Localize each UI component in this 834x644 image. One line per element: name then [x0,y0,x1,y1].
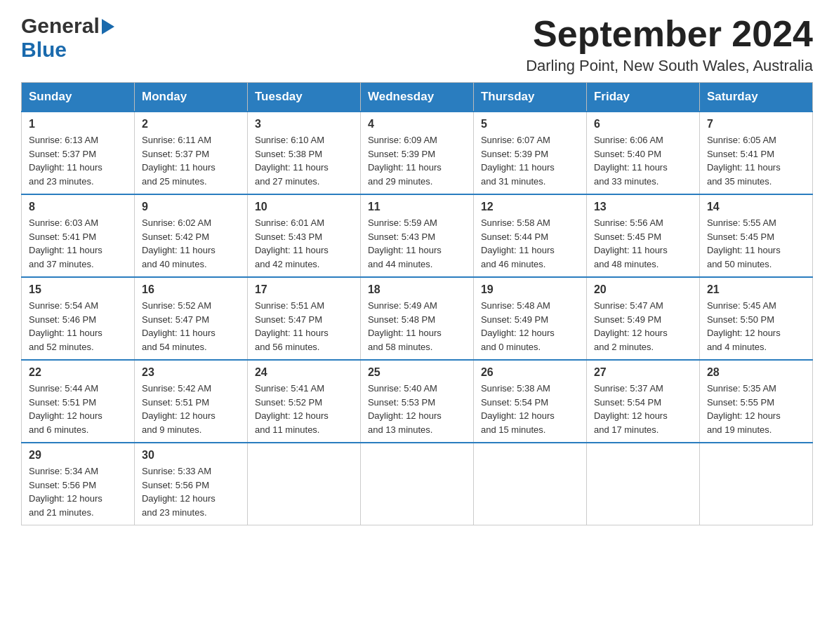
day-info: Sunrise: 5:47 AMSunset: 5:49 PMDaylight:… [594,299,692,354]
header-saturday: Saturday [699,83,812,112]
day-info: Sunrise: 5:59 AMSunset: 5:43 PMDaylight:… [368,216,466,271]
calendar-cell: 17Sunrise: 5:51 AMSunset: 5:47 PMDayligh… [247,277,360,360]
header-thursday: Thursday [473,83,586,112]
calendar-cell: 13Sunrise: 5:56 AMSunset: 5:45 PMDayligh… [586,194,699,277]
day-info: Sunrise: 6:09 AMSunset: 5:39 PMDaylight:… [368,133,466,188]
calendar-cell [699,443,812,525]
calendar-cell: 12Sunrise: 5:58 AMSunset: 5:44 PMDayligh… [473,194,586,277]
day-info: Sunrise: 5:49 AMSunset: 5:48 PMDaylight:… [368,299,466,354]
logo-general-text: General [21,14,100,38]
day-number: 4 [368,118,466,130]
day-info: Sunrise: 5:45 AMSunset: 5:50 PMDaylight:… [707,299,805,354]
day-number: 1 [29,118,127,130]
day-info: Sunrise: 5:42 AMSunset: 5:51 PMDaylight:… [142,382,240,436]
calendar-cell: 8Sunrise: 6:03 AMSunset: 5:41 PMDaylight… [22,194,135,277]
calendar-header-row: SundayMondayTuesdayWednesdayThursdayFrid… [22,83,813,112]
day-number: 30 [142,449,240,462]
calendar-cell: 15Sunrise: 5:54 AMSunset: 5:46 PMDayligh… [22,277,135,360]
calendar-cell [586,443,699,525]
day-number: 24 [255,366,353,379]
day-number: 8 [29,201,127,213]
day-info: Sunrise: 6:02 AMSunset: 5:42 PMDaylight:… [142,216,240,271]
calendar-cell: 28Sunrise: 5:35 AMSunset: 5:55 PMDayligh… [699,360,812,443]
logo: General Blue [21,14,114,62]
calendar-cell [360,443,473,525]
day-info: Sunrise: 5:48 AMSunset: 5:49 PMDaylight:… [481,299,579,354]
calendar-cell: 22Sunrise: 5:44 AMSunset: 5:51 PMDayligh… [22,360,135,443]
calendar-cell: 14Sunrise: 5:55 AMSunset: 5:45 PMDayligh… [699,194,812,277]
day-number: 19 [481,283,579,296]
calendar-cell: 6Sunrise: 6:06 AMSunset: 5:40 PMDaylight… [586,112,699,194]
day-info: Sunrise: 6:01 AMSunset: 5:43 PMDaylight:… [255,216,353,271]
day-number: 23 [142,366,240,379]
day-number: 10 [255,201,353,213]
day-info: Sunrise: 6:05 AMSunset: 5:41 PMDaylight:… [707,133,805,188]
day-info: Sunrise: 6:11 AMSunset: 5:37 PMDaylight:… [142,133,240,188]
calendar-cell: 19Sunrise: 5:48 AMSunset: 5:49 PMDayligh… [473,277,586,360]
day-number: 3 [255,118,353,130]
day-info: Sunrise: 5:41 AMSunset: 5:52 PMDaylight:… [255,382,353,436]
calendar-cell: 26Sunrise: 5:38 AMSunset: 5:54 PMDayligh… [473,360,586,443]
day-number: 22 [29,366,127,379]
day-number: 17 [255,283,353,296]
calendar-cell: 16Sunrise: 5:52 AMSunset: 5:47 PMDayligh… [134,277,247,360]
calendar-cell: 3Sunrise: 6:10 AMSunset: 5:38 PMDaylight… [247,112,360,194]
day-number: 21 [707,283,805,296]
calendar-week-row: 29Sunrise: 5:34 AMSunset: 5:56 PMDayligh… [22,443,813,525]
day-number: 12 [481,201,579,213]
day-info: Sunrise: 5:37 AMSunset: 5:54 PMDaylight:… [594,382,692,436]
day-number: 7 [707,118,805,130]
calendar-cell: 24Sunrise: 5:41 AMSunset: 5:52 PMDayligh… [247,360,360,443]
day-number: 9 [142,201,240,213]
day-number: 27 [594,366,692,379]
day-info: Sunrise: 5:56 AMSunset: 5:45 PMDaylight:… [594,216,692,271]
day-info: Sunrise: 5:40 AMSunset: 5:53 PMDaylight:… [368,382,466,436]
calendar-cell: 23Sunrise: 5:42 AMSunset: 5:51 PMDayligh… [134,360,247,443]
day-number: 26 [481,366,579,379]
day-info: Sunrise: 5:58 AMSunset: 5:44 PMDaylight:… [481,216,579,271]
day-number: 20 [594,283,692,296]
day-number: 28 [707,366,805,379]
calendar-cell: 20Sunrise: 5:47 AMSunset: 5:49 PMDayligh… [586,277,699,360]
header-monday: Monday [134,83,247,112]
day-info: Sunrise: 5:54 AMSunset: 5:46 PMDaylight:… [29,299,127,354]
calendar-week-row: 1Sunrise: 6:13 AMSunset: 5:37 PMDaylight… [22,112,813,194]
calendar-cell: 9Sunrise: 6:02 AMSunset: 5:42 PMDaylight… [134,194,247,277]
calendar-week-row: 15Sunrise: 5:54 AMSunset: 5:46 PMDayligh… [22,277,813,360]
day-info: Sunrise: 5:33 AMSunset: 5:56 PMDaylight:… [142,464,240,519]
day-number: 14 [707,201,805,213]
calendar-cell [247,443,360,525]
day-number: 25 [368,366,466,379]
calendar-week-row: 8Sunrise: 6:03 AMSunset: 5:41 PMDaylight… [22,194,813,277]
day-number: 29 [29,449,127,462]
logo-arrow-icon [102,19,114,34]
day-info: Sunrise: 6:03 AMSunset: 5:41 PMDaylight:… [29,216,127,271]
day-number: 15 [29,283,127,296]
day-number: 2 [142,118,240,130]
header-tuesday: Tuesday [247,83,360,112]
day-info: Sunrise: 5:55 AMSunset: 5:45 PMDaylight:… [707,216,805,271]
day-info: Sunrise: 5:44 AMSunset: 5:51 PMDaylight:… [29,382,127,436]
day-info: Sunrise: 6:06 AMSunset: 5:40 PMDaylight:… [594,133,692,188]
day-info: Sunrise: 5:34 AMSunset: 5:56 PMDaylight:… [29,464,127,519]
page-header: General Blue September 2024 Darling Poin… [21,14,813,75]
day-number: 6 [594,118,692,130]
calendar-cell: 21Sunrise: 5:45 AMSunset: 5:50 PMDayligh… [699,277,812,360]
calendar-week-row: 22Sunrise: 5:44 AMSunset: 5:51 PMDayligh… [22,360,813,443]
day-info: Sunrise: 5:52 AMSunset: 5:47 PMDaylight:… [142,299,240,354]
day-info: Sunrise: 6:07 AMSunset: 5:39 PMDaylight:… [481,133,579,188]
calendar-cell: 4Sunrise: 6:09 AMSunset: 5:39 PMDaylight… [360,112,473,194]
calendar-cell: 25Sunrise: 5:40 AMSunset: 5:53 PMDayligh… [360,360,473,443]
day-number: 13 [594,201,692,213]
svg-marker-0 [102,19,114,34]
calendar-cell: 27Sunrise: 5:37 AMSunset: 5:54 PMDayligh… [586,360,699,443]
calendar-cell: 7Sunrise: 6:05 AMSunset: 5:41 PMDaylight… [699,112,812,194]
calendar-cell: 29Sunrise: 5:34 AMSunset: 5:56 PMDayligh… [22,443,135,525]
calendar-cell: 30Sunrise: 5:33 AMSunset: 5:56 PMDayligh… [134,443,247,525]
day-info: Sunrise: 5:51 AMSunset: 5:47 PMDaylight:… [255,299,353,354]
header-sunday: Sunday [22,83,135,112]
header-wednesday: Wednesday [360,83,473,112]
calendar-cell: 1Sunrise: 6:13 AMSunset: 5:37 PMDaylight… [22,112,135,194]
day-number: 18 [368,283,466,296]
day-info: Sunrise: 6:13 AMSunset: 5:37 PMDaylight:… [29,133,127,188]
